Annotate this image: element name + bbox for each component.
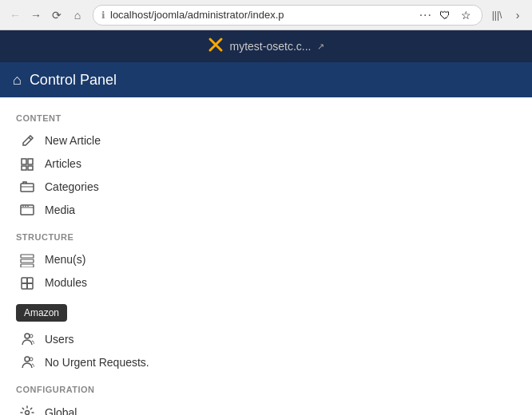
svg-rect-13 [22, 278, 27, 283]
joomla-topbar: mytest-osetc.c... ↗ [0, 30, 532, 62]
svg-rect-3 [28, 166, 33, 170]
pencil-icon [19, 133, 35, 148]
svg-rect-4 [21, 184, 34, 192]
svg-rect-0 [22, 159, 26, 164]
modules-icon [19, 275, 35, 290]
menu-item-no-urgent[interactable]: No Urgent Requests. [16, 350, 516, 374]
bookmark-icon[interactable]: ☆ [458, 7, 474, 23]
media-icon [19, 202, 35, 217]
menu-item-menus[interactable]: Menu(s) [16, 248, 516, 271]
pocket-icon[interactable]: 🛡 [437, 7, 453, 23]
svg-point-21 [26, 410, 30, 414]
control-panel-header: ⌂ Control Panel [0, 62, 532, 97]
articles-label: Articles [45, 157, 81, 170]
articles-icon [19, 156, 35, 172]
section-label-configuration: CONFIGURATION [16, 385, 516, 394]
amazon-badge: Amazon [16, 304, 67, 322]
main-content: CONTENT New Article Articles [0, 97, 532, 415]
svg-rect-16 [27, 283, 33, 289]
new-article-label: New Article [45, 134, 101, 147]
page-title: Control Panel [30, 72, 117, 89]
menu-item-categories[interactable]: Categories [16, 176, 516, 199]
categories-icon [19, 180, 35, 195]
svg-point-17 [25, 334, 30, 338]
section-label-content: CONTENT [16, 113, 516, 123]
svg-point-6 [22, 206, 24, 208]
svg-rect-2 [22, 166, 26, 170]
gear-icon [19, 405, 35, 415]
media-label: Media [45, 204, 75, 216]
library-icon[interactable]: |||\ [489, 7, 505, 23]
address-bar[interactable]: ℹ localhost/joomla/administrator/index.p… [93, 5, 482, 26]
svg-rect-14 [27, 278, 33, 283]
menu-item-articles[interactable]: Articles [16, 152, 516, 176]
section-label-structure: STRUCTURE [16, 232, 516, 242]
svg-rect-1 [28, 159, 33, 164]
home-button[interactable]: ⌂ [69, 6, 86, 24]
svg-rect-9 [21, 255, 34, 258]
users-label: Users [45, 333, 74, 346]
svg-point-7 [25, 206, 26, 208]
modules-label: Modules [45, 276, 87, 289]
svg-rect-10 [21, 259, 34, 263]
svg-point-19 [25, 357, 30, 362]
reload-button[interactable]: ⟳ [48, 6, 66, 24]
browser-toolbar-icons: |||\ › [489, 7, 526, 23]
svg-rect-11 [21, 264, 34, 267]
categories-label: Categories [45, 180, 99, 193]
users-icon [19, 332, 35, 347]
browser-chrome: ← → ⟳ ⌂ ℹ localhost/joomla/administrator… [0, 0, 532, 30]
external-link-icon[interactable]: ↗ [317, 42, 324, 52]
address-text: localhost/joomla/administrator/index.p [110, 9, 415, 21]
back-button[interactable]: ← [6, 6, 24, 24]
no-urgent-label: No Urgent Requests. [45, 356, 149, 369]
joomla-logo-icon [208, 37, 224, 57]
info-icon: ℹ [101, 10, 105, 21]
forward-button[interactable]: → [27, 6, 45, 24]
more-options-icon: ··· [419, 8, 432, 22]
menus-icon [19, 252, 35, 267]
menu-item-global[interactable]: Global [16, 401, 516, 415]
home-header-icon: ⌂ [13, 72, 22, 89]
menu-item-users[interactable]: Users [16, 328, 516, 351]
svg-point-8 [27, 206, 29, 208]
sidebar-expand-icon[interactable]: › [510, 7, 526, 23]
menu-item-media[interactable]: Media [16, 198, 516, 221]
svg-rect-15 [22, 283, 27, 289]
user2-icon [19, 354, 35, 370]
menus-label: Menu(s) [45, 253, 85, 266]
site-name: mytest-osetc.c... [230, 40, 312, 53]
global-label: Global [45, 406, 77, 416]
menu-item-new-article[interactable]: New Article [16, 129, 516, 152]
nav-buttons: ← → ⟳ ⌂ [6, 6, 86, 24]
menu-item-modules[interactable]: Modules [16, 271, 516, 294]
